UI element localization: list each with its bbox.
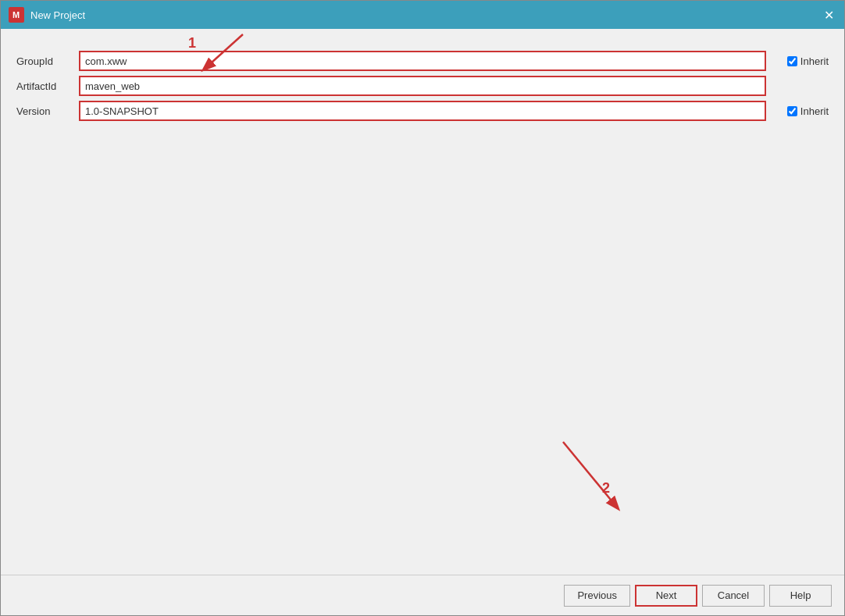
annotation-2: 2 bbox=[602, 480, 610, 497]
groupid-input-wrapper bbox=[79, 51, 766, 71]
version-inherit-wrapper: Inherit bbox=[766, 105, 829, 117]
groupid-inherit-wrapper: Inherit bbox=[766, 55, 829, 67]
help-button[interactable]: Help bbox=[769, 585, 832, 607]
content-area: GroupId Inherit ArtifactId Version bbox=[1, 29, 844, 575]
version-row: Version Inherit bbox=[16, 101, 829, 121]
new-project-dialog: M New Project ✕ GroupId Inherit Artifa bbox=[0, 0, 845, 616]
app-icon: M bbox=[9, 7, 24, 23]
artifactid-input-wrapper bbox=[79, 76, 766, 96]
svg-text:M: M bbox=[12, 10, 20, 20]
version-input[interactable] bbox=[79, 101, 766, 121]
groupid-label: GroupId bbox=[16, 55, 79, 67]
dialog-title: New Project bbox=[30, 9, 821, 21]
footer: Previous Next Cancel Help bbox=[1, 575, 844, 615]
groupid-inherit-label: Inherit bbox=[800, 55, 829, 67]
form-section: GroupId Inherit ArtifactId Version bbox=[16, 45, 829, 132]
artifactid-row: ArtifactId bbox=[16, 76, 829, 96]
arrow-2 bbox=[540, 438, 665, 532]
artifactid-input[interactable] bbox=[79, 76, 766, 96]
version-label: Version bbox=[16, 105, 79, 117]
next-button[interactable]: Next bbox=[635, 585, 697, 607]
groupid-input[interactable] bbox=[79, 51, 766, 71]
artifactid-label: ArtifactId bbox=[16, 80, 79, 92]
groupid-row: GroupId Inherit bbox=[16, 51, 829, 71]
version-inherit-label: Inherit bbox=[800, 105, 829, 117]
title-bar: M New Project ✕ bbox=[1, 1, 844, 29]
cancel-button[interactable]: Cancel bbox=[702, 585, 765, 607]
groupid-inherit-checkbox[interactable] bbox=[787, 56, 797, 66]
previous-button[interactable]: Previous bbox=[564, 585, 630, 607]
version-inherit-checkbox[interactable] bbox=[787, 106, 797, 116]
close-button[interactable]: ✕ bbox=[821, 7, 836, 23]
version-input-wrapper bbox=[79, 101, 766, 121]
